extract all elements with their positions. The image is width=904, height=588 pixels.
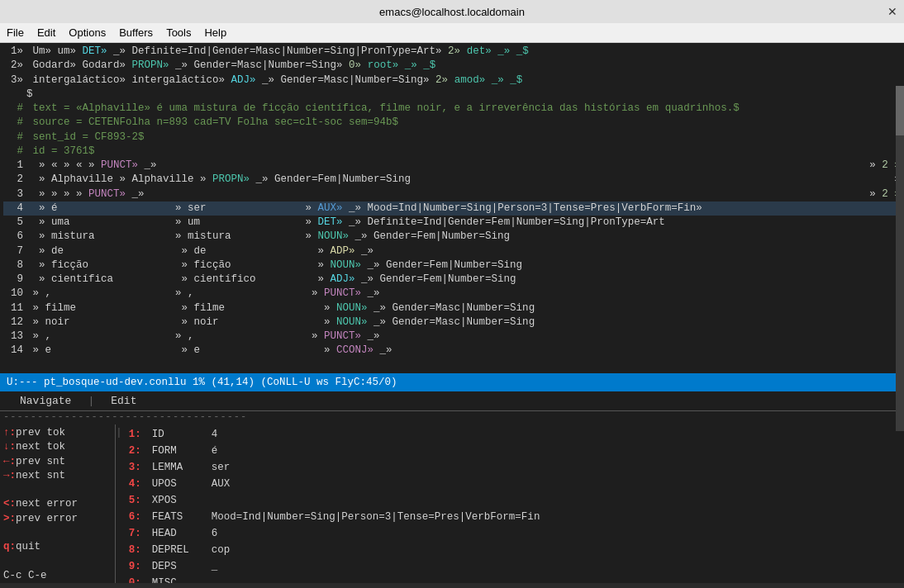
nav-edit-bar: Navigate | Edit: [0, 391, 904, 411]
menu-item-buffers[interactable]: Buffers: [119, 26, 153, 39]
edit-tab[interactable]: Edit: [98, 395, 150, 407]
field-deps: 9: DEPS _: [129, 558, 897, 575]
data-line-2: 2 » Alphaville » Alphaville » PROPN» _» …: [3, 173, 901, 187]
editor-line-3: 3» intergaláctico» intergaláctico» ADJ» …: [3, 74, 901, 88]
editor-comment-1: # text = «Alphaville» é uma mistura de f…: [3, 102, 901, 116]
close-button[interactable]: ✕: [887, 5, 897, 18]
menu-item-edit[interactable]: Edit: [37, 26, 55, 39]
field-xpos: 5: XPOS: [129, 492, 897, 509]
editor-comment-2: # source = CETENFolha n=893 cad=TV Folha…: [3, 116, 901, 130]
data-line-11: 11 » filme » filme » NOUN» _» Gender=Mas…: [3, 301, 901, 315]
left-panel: ↑: prev tok ↓: next tok ←: prev snt →: n…: [0, 424, 116, 583]
keybind-next-tok: ↓: next tok: [3, 440, 112, 454]
data-line-10: 10 » , » , » PUNCT» _»: [3, 287, 901, 301]
status-text: U:--- pt_bosque-ud-dev.conllu 1% (41,14)…: [7, 377, 397, 388]
editor-comment-4: # id = 3761$: [3, 145, 901, 159]
separator-line: ------------------------------------: [0, 411, 904, 424]
window-title: emacs@localhost.localdomain: [379, 6, 525, 18]
status-bar: U:--- pt_bosque-ud-dev.conllu 1% (41,14)…: [0, 373, 904, 391]
keybind-next-snt: →: next snt: [3, 469, 112, 483]
menu-item-file[interactable]: File: [7, 26, 24, 39]
menu-item-tools[interactable]: Tools: [166, 26, 191, 39]
editor-line-blank: $: [3, 88, 901, 102]
keybind-spacer2: [3, 526, 112, 540]
keybind-cce: C-c C-e: [3, 569, 112, 583]
keybind-spacer1: [3, 483, 112, 497]
keybind-next-error: <: next error: [3, 497, 112, 511]
keybind-prev-tok: ↑: prev tok: [3, 426, 112, 440]
field-misc: 0: MISC _: [129, 575, 897, 583]
data-line-9: 9 » científica » científico » ADJ» _» Ge…: [3, 273, 901, 287]
data-line-3: 3 » » » » PUNCT» _» » 2 » pun: [3, 187, 901, 202]
data-line-7: 7 » de » de » ADP» _»: [3, 244, 901, 258]
field-deprel: 8: DEPREL cop: [129, 542, 897, 558]
keybind-prev-error: >: prev error: [3, 512, 112, 526]
field-id: 1: ID 4: [129, 426, 897, 443]
field-feats: 6: FEATS Mood=Ind|Number=Sing|Person=3|T…: [129, 509, 897, 525]
keybind-prev-snt: ←: prev snt: [3, 455, 112, 469]
bottom-panel: Navigate | Edit ------------------------…: [0, 391, 904, 583]
field-form: 2: FORM é: [129, 443, 897, 459]
data-line-12: 12 » noir » noir » NOUN» _» Gender=Masc|…: [3, 315, 901, 330]
editor-line-1: 1» Um» um» DET» _» Definite=Ind|Gender=M…: [3, 45, 901, 59]
bottom-content: ↑: prev tok ↓: next tok ←: prev snt →: n…: [0, 424, 904, 583]
right-panel: 1: ID 4 2: FORM é 3: LEMMA ser 4: UPOS A…: [122, 424, 904, 583]
field-upos: 4: UPOS AUX: [129, 476, 897, 492]
field-lemma: 3: LEMMA ser: [129, 459, 897, 476]
menu-item-help[interactable]: Help: [204, 26, 226, 39]
editor-area: 1» Um» um» DET» _» Definite=Ind|Gender=M…: [0, 43, 904, 373]
keybind-quit: q: quit: [3, 540, 112, 554]
navigate-tab[interactable]: Navigate: [7, 395, 84, 407]
data-line-1: 1 » « » « » PUNCT» _» »: [3, 159, 901, 173]
field-head: 7: HEAD 6: [129, 525, 897, 542]
keybind-spacer3: [3, 554, 112, 568]
data-line-8: 8 » ficção » ficção » NOUN» _» Gender=Fe…: [3, 258, 901, 273]
data-line-6: 6 » mistura » mistura » NOUN» _» Gender=…: [3, 230, 901, 244]
data-line-4: 4 » é » ser » AUX» _» Mood=Ind|Number=Si…: [3, 202, 901, 216]
title-bar: emacs@localhost.localdomain ✕: [0, 0, 904, 23]
editor-comment-3: # sent_id = CF893-2$: [3, 130, 901, 145]
editor-line-2: 2» Godard» Godard» PROPN» _» Gender=Masc…: [3, 59, 901, 73]
menu-item-options[interactable]: Options: [69, 26, 106, 39]
data-line-5: 5 » uma » um » DET» _» Definite=Ind|Gend…: [3, 216, 901, 230]
data-line-14: 14 » e » e » CCONJ» _»: [3, 344, 901, 358]
data-line-13: 13 » , » , » PUNCT» _»: [3, 330, 901, 344]
menu-bar: FileEditOptionsBuffersToolsHelp: [0, 23, 904, 43]
